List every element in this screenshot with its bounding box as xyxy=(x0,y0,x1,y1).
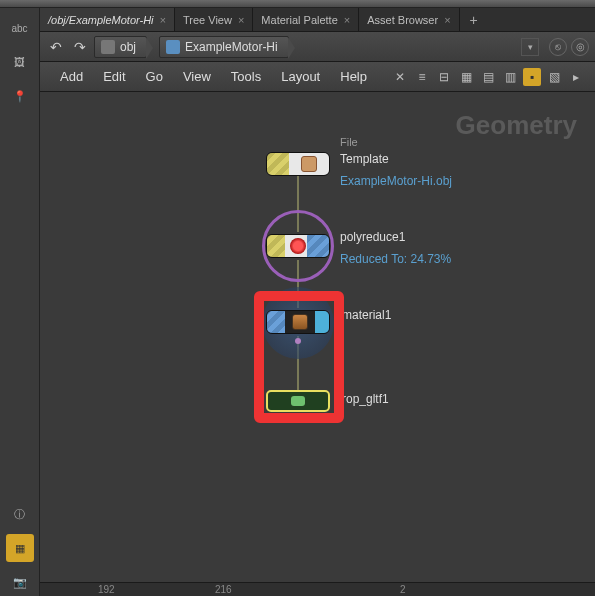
palette-icon[interactable]: ▧ xyxy=(545,68,563,86)
wrench-icon[interactable]: ✕ xyxy=(391,68,409,86)
grid-icon[interactable]: ▦ xyxy=(6,534,34,562)
node-label: Template xyxy=(340,152,389,166)
pin-icon[interactable]: 📍 xyxy=(6,82,34,110)
target-icon[interactable]: ◎ xyxy=(571,38,589,56)
left-tool-rail: abc 🖼 📍 ⓘ ▦ 📷 xyxy=(0,8,40,596)
menu-view[interactable]: View xyxy=(173,69,221,84)
breadcrumb-label: obj xyxy=(120,40,136,54)
polyreduce-node-icon xyxy=(290,238,306,254)
menu-layout[interactable]: Layout xyxy=(271,69,330,84)
tab-network-view[interactable]: /obj/ExampleMotor-Hi × xyxy=(40,8,175,31)
nav-back-icon[interactable]: ↶ xyxy=(46,37,66,57)
tab-label: Material Palette xyxy=(261,14,337,26)
camera-icon[interactable]: 📷 xyxy=(6,568,34,596)
node-label: rop_gltf1 xyxy=(342,392,389,406)
node-type-tag: File xyxy=(340,136,358,148)
text-label-icon: abc xyxy=(6,14,34,42)
nav-forward-icon[interactable]: ↷ xyxy=(70,37,90,57)
node-sublabel: Reduced To: 24.73% xyxy=(340,252,451,266)
geo-icon xyxy=(166,40,180,54)
pin-view-icon[interactable]: ⎋ xyxy=(549,38,567,56)
tab-material-palette[interactable]: Material Palette × xyxy=(253,8,359,31)
tab-label: Asset Browser xyxy=(367,14,438,26)
menu-go[interactable]: Go xyxy=(136,69,173,84)
menu-add[interactable]: Add xyxy=(50,69,93,84)
node-sublabel: ExampleMotor-Hi.obj xyxy=(340,174,452,188)
tab-bar: /obj/ExampleMotor-Hi × Tree View × Mater… xyxy=(40,8,595,32)
window-top-strip xyxy=(0,0,595,8)
close-icon[interactable]: × xyxy=(444,14,450,26)
thumbs-icon[interactable]: ▥ xyxy=(501,68,519,86)
node-label: polyreduce1 xyxy=(340,230,405,244)
node-label: material1 xyxy=(342,308,391,322)
obj-icon xyxy=(101,40,115,54)
tab-asset-browser[interactable]: Asset Browser × xyxy=(359,8,459,31)
menu-tools[interactable]: Tools xyxy=(221,69,271,84)
close-icon[interactable]: × xyxy=(238,14,244,26)
ruler: 192 216 2 xyxy=(40,582,595,596)
add-tab-button[interactable]: + xyxy=(460,8,488,31)
tab-label: /obj/ExampleMotor-Hi xyxy=(48,14,154,26)
menu-help[interactable]: Help xyxy=(330,69,377,84)
annotation-highlight xyxy=(254,291,344,423)
node-file[interactable] xyxy=(266,152,330,176)
node-polyreduce[interactable] xyxy=(266,234,330,258)
info-icon[interactable]: ⓘ xyxy=(6,500,34,528)
file-node-icon xyxy=(301,156,317,172)
breadcrumb-label: ExampleMotor-Hi xyxy=(185,40,278,54)
ruler-tick: 2 xyxy=(400,584,406,595)
breadcrumb-current[interactable]: ExampleMotor-Hi xyxy=(159,36,289,58)
tab-label: Tree View xyxy=(183,14,232,26)
tab-tree-view[interactable]: Tree View × xyxy=(175,8,253,31)
list-icon[interactable]: ≡ xyxy=(413,68,431,86)
path-dropdown[interactable]: ▾ xyxy=(521,38,539,56)
chevron-right-icon[interactable]: ▸ xyxy=(567,68,585,86)
grid-view-icon[interactable]: ▦ xyxy=(457,68,475,86)
ruler-tick: 216 xyxy=(215,584,232,595)
breadcrumb-root[interactable]: obj xyxy=(94,36,147,58)
close-icon[interactable]: × xyxy=(344,14,350,26)
tree-icon[interactable]: ⊟ xyxy=(435,68,453,86)
network-canvas[interactable]: Geometry File Template ExampleMotor-Hi.o… xyxy=(40,92,595,596)
ruler-tick: 192 xyxy=(98,584,115,595)
menu-edit[interactable]: Edit xyxy=(93,69,135,84)
toolbar-icons: ✕ ≡ ⊟ ▦ ▤ ▥ ▪ ▧ ▸ xyxy=(391,68,585,86)
table-icon[interactable]: ▤ xyxy=(479,68,497,86)
close-icon[interactable]: × xyxy=(160,14,166,26)
menu-bar: Add Edit Go View Tools Layout Help ✕ ≡ ⊟… xyxy=(40,62,595,92)
path-bar: ↶ ↷ obj ExampleMotor-Hi ▾ ⎋ ◎ xyxy=(40,32,595,62)
image-icon[interactable]: 🖼 xyxy=(6,48,34,76)
sticky-icon[interactable]: ▪ xyxy=(523,68,541,86)
